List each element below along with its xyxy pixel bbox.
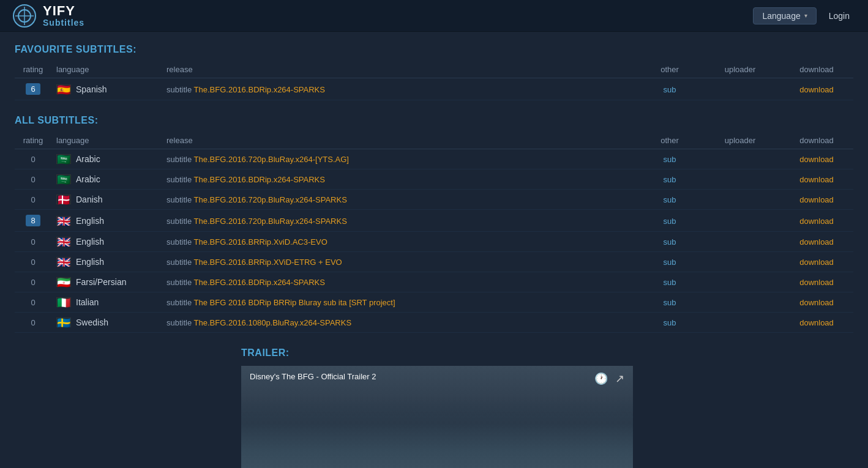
- download-cell: download: [780, 252, 853, 272]
- release-prefix: subtitle: [166, 278, 194, 287]
- language-label: Arabic: [76, 154, 100, 164]
- all-table-row: 0 🇸🇦 Arabic subtitle The.BFG.2016.720p.B…: [15, 149, 853, 169]
- rating-cell: 6: [15, 78, 51, 100]
- all-col-header-download: download: [780, 132, 853, 149]
- login-button[interactable]: Login: [823, 8, 856, 24]
- other-cell: sub: [639, 210, 700, 232]
- all-table-row: 0 🇸🇦 Arabic subtitle The.BFG.2016.BDRip.…: [15, 169, 853, 190]
- download-link[interactable]: download: [799, 237, 834, 247]
- language-cell: 🇩🇰 Danish: [51, 190, 162, 210]
- language-label: Danish: [76, 195, 103, 204]
- all-col-header-language: language: [51, 132, 162, 149]
- favourite-table: rating language release other uploader d…: [15, 61, 853, 100]
- all-col-header-uploader: uploader: [700, 132, 780, 149]
- release-link[interactable]: The.BFG.2016.BDRip.x264-SPARKS: [194, 85, 325, 94]
- logo-icon: [12, 4, 37, 28]
- rating-badge: 6: [26, 83, 40, 95]
- rating-cell: 0: [15, 190, 51, 210]
- all-col-header-rating: rating: [15, 132, 51, 149]
- uploader-cell: [700, 232, 780, 252]
- release-link[interactable]: The BFG 2016 BDRip BRRip Bluray sub ita …: [194, 298, 395, 307]
- sub-link[interactable]: sub: [664, 155, 676, 164]
- caret-icon: ▾: [804, 12, 807, 19]
- rating-badge: 8: [26, 215, 40, 226]
- download-cell: download: [780, 210, 853, 232]
- trailer-thumbnail[interactable]: Disney's The BFG - Official Trailer 2 🕐 …: [241, 366, 633, 468]
- other-cell: sub: [639, 169, 700, 190]
- download-cell: download: [780, 190, 853, 210]
- sub-link[interactable]: sub: [664, 298, 676, 307]
- flag-icon: 🇮🇷: [56, 277, 71, 287]
- language-label: Arabic: [76, 174, 100, 184]
- rating-zero: 0: [31, 195, 35, 204]
- flag-icon: 🇪🇸: [56, 84, 71, 94]
- sub-link[interactable]: sub: [664, 258, 676, 267]
- sub-link[interactable]: sub: [664, 237, 676, 247]
- release-link[interactable]: The.BFG.2016.1080p.BluRay.x264-SPARKS: [194, 318, 352, 327]
- trailer-container[interactable]: Disney's The BFG - Official Trailer 2 🕐 …: [241, 366, 633, 468]
- trailer-bg: [241, 396, 633, 468]
- release-link[interactable]: The.BFG.2016.BDRip.x264-SPARKS: [194, 278, 325, 287]
- download-link[interactable]: download: [799, 258, 834, 267]
- download-link[interactable]: download: [799, 195, 834, 204]
- rating-cell: 8: [15, 210, 51, 232]
- release-link[interactable]: The.BFG.2016.BRRip.XviD.AC3-EVO: [194, 237, 327, 247]
- other-cell: sub: [639, 292, 700, 313]
- col-header-language: language: [51, 61, 162, 78]
- release-link[interactable]: The.BFG.2016.720p.BluRay.x264-SPARKS: [194, 195, 347, 204]
- all-table-row: 0 🇸🇪 Swedish subtitle The.BFG.2016.1080p…: [15, 313, 853, 333]
- release-cell: subtitle The.BFG.2016.720p.BluRay.x264-[…: [162, 149, 639, 169]
- download-link[interactable]: download: [799, 298, 834, 307]
- release-link[interactable]: The.BFG.2016.720p.BluRay.x264-SPARKS: [194, 217, 347, 226]
- other-cell: sub: [639, 190, 700, 210]
- sub-link[interactable]: sub: [664, 217, 676, 226]
- favourite-table-row: 6 🇪🇸 Spanish subtitle The.BFG.2016.BDRip…: [15, 78, 853, 100]
- download-link[interactable]: download: [799, 318, 834, 327]
- download-link[interactable]: download: [799, 85, 834, 94]
- language-cell: 🇮🇷 Farsi/Persian: [51, 272, 162, 292]
- download-cell: download: [780, 232, 853, 252]
- uploader-cell: [700, 272, 780, 292]
- rating-zero: 0: [31, 155, 35, 164]
- release-link[interactable]: The.BFG.2016.BDRip.x264-SPARKS: [194, 175, 325, 184]
- sub-link[interactable]: sub: [664, 175, 676, 184]
- language-label: English: [76, 237, 104, 247]
- release-cell: subtitle The.BFG.2016.720p.BluRay.x264-S…: [162, 210, 639, 232]
- release-prefix: subtitle: [166, 85, 194, 94]
- flag-icon: 🇸🇪: [56, 318, 71, 327]
- sub-link[interactable]: sub: [664, 318, 676, 327]
- other-cell: sub: [639, 313, 700, 333]
- download-link[interactable]: download: [799, 217, 834, 226]
- release-cell: subtitle The.BFG.2016.BDRip.x264-SPARKS: [162, 272, 639, 292]
- favourite-section: FAVOURITE SUBTITLES: rating language rel…: [15, 44, 853, 100]
- download-link[interactable]: download: [799, 155, 834, 164]
- release-cell: subtitle The.BFG.2016.BRRip.XviD.AC3-EVO: [162, 232, 639, 252]
- rating-cell: 0: [15, 272, 51, 292]
- all-col-header-release: release: [162, 132, 639, 149]
- release-prefix: subtitle: [166, 155, 194, 164]
- release-prefix: subtitle: [166, 175, 194, 184]
- clock-icon: 🕐: [594, 372, 608, 385]
- language-cell: 🇸🇦 Arabic: [51, 169, 162, 190]
- release-cell: subtitle The.BFG.2016.BDRip.x264-SPARKS: [162, 78, 639, 100]
- favourite-title: FAVOURITE SUBTITLES:: [15, 44, 853, 55]
- main-content: FAVOURITE SUBTITLES: rating language rel…: [0, 32, 868, 468]
- trailer-icons: 🕐 ↗: [594, 372, 624, 385]
- sub-link[interactable]: sub: [664, 195, 676, 204]
- release-cell: subtitle The.BFG.2016.720p.BluRay.x264-S…: [162, 190, 639, 210]
- release-cell: subtitle The BFG 2016 BDRip BRRip Bluray…: [162, 292, 639, 313]
- download-link[interactable]: download: [799, 175, 834, 184]
- release-cell: subtitle The.BFG.2016.BDRip.x264-SPARKS: [162, 169, 639, 190]
- download-cell: download: [780, 272, 853, 292]
- download-link[interactable]: download: [799, 278, 834, 287]
- release-link[interactable]: The.BFG.2016.720p.BluRay.x264-[YTS.AG]: [194, 155, 349, 164]
- favourite-table-header: rating language release other uploader d…: [15, 61, 853, 78]
- sub-link[interactable]: sub: [664, 278, 676, 287]
- rating-zero: 0: [31, 175, 35, 184]
- trailer-video-title: Disney's The BFG - Official Trailer 2: [250, 372, 376, 381]
- language-button[interactable]: Language ▾: [753, 7, 816, 24]
- release-link[interactable]: The.BFG.2016.BRRip.XViD-ETRG + EVO: [194, 258, 342, 267]
- uploader-cell: [700, 78, 780, 100]
- header-right: Language ▾ Login: [753, 7, 856, 24]
- sub-link[interactable]: sub: [664, 85, 676, 94]
